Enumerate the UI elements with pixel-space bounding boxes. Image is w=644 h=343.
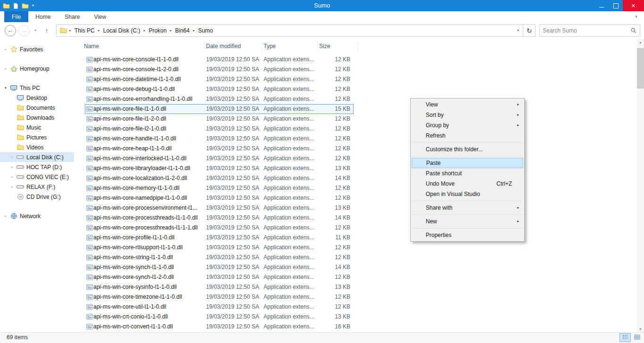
context-menu-item-share-with[interactable]: Share with▸ <box>412 203 523 213</box>
table-row[interactable]: api-ms-win-core-errorhandling-l1-1-0.dll… <box>74 94 637 104</box>
search-input[interactable] <box>540 27 631 34</box>
sidebar-item-hoc-tap-d[interactable]: ▸HOC TAP (D:) <box>0 162 74 172</box>
recent-locations-chevron-icon[interactable]: ▾ <box>32 28 39 33</box>
expand-icon[interactable]: ▸ <box>3 64 8 74</box>
table-row[interactable]: api-ms-win-core-interlocked-l1-1-0.dll19… <box>74 154 637 163</box>
context-menu-item-open-in-visual-studio[interactable]: Open in Visual Studio <box>412 189 523 199</box>
table-row[interactable]: api-ms-win-core-synch-l1-1-0.dll19/03/20… <box>74 262 637 272</box>
column-header-size[interactable]: Size <box>317 41 358 52</box>
sidebar-item-pictures[interactable]: Pictures <box>0 132 74 142</box>
table-row[interactable]: api-ms-win-core-console-l1-1-0.dll19/03/… <box>74 55 637 65</box>
context-menu-item-undo-move[interactable]: Undo MoveCtrl+Z <box>412 179 523 189</box>
column-header-date-modified[interactable]: Date modified <box>204 41 262 52</box>
table-row[interactable]: api-ms-win-core-processthreads-l1-1-0.dl… <box>74 213 637 223</box>
tab-home[interactable]: Home <box>28 11 58 22</box>
context-menu-item-paste[interactable]: Paste <box>412 158 523 168</box>
sidebar-item-documents[interactable]: Documents <box>0 103 74 113</box>
table-row[interactable]: api-ms-win-core-file-l1-2-0.dll19/03/201… <box>74 114 637 124</box>
back-button[interactable]: ← <box>5 25 16 36</box>
expand-icon[interactable]: ▸ <box>3 44 8 54</box>
table-row[interactable]: api-ms-win-crt-convert-l1-1-0.dll19/03/2… <box>74 322 637 332</box>
table-row[interactable]: api-ms-win-core-libraryloader-l1-1-0.dll… <box>74 163 637 173</box>
explorer-window-icon[interactable] <box>3 3 10 9</box>
up-button[interactable]: ↑ <box>41 27 52 34</box>
breadcrumb-item-local-disk-c[interactable]: Local Disk (C:) <box>100 25 144 36</box>
table-row[interactable]: api-ms-win-core-namedpipe-l1-1-0.dll19/0… <box>74 193 637 203</box>
expand-icon[interactable]: ▸ <box>9 182 15 192</box>
context-menu-item-properties[interactable]: Properties <box>412 230 523 240</box>
context-menu-item-group-by[interactable]: Group by▸ <box>412 120 523 131</box>
sidebar-item-homegroup[interactable]: ▸Homegroup <box>0 64 74 74</box>
ribbon-collapse-chevron-icon[interactable]: ▾ <box>635 11 637 22</box>
sidebar-item-cd-drive-g[interactable]: CD Drive (G:) <box>0 192 74 202</box>
close-button[interactable]: × <box>623 0 644 11</box>
expand-icon[interactable]: ▸ <box>9 172 15 182</box>
collapse-icon[interactable]: ▾ <box>3 83 8 93</box>
sidebar-item-desktop[interactable]: Desktop <box>0 93 74 103</box>
search-icon[interactable] <box>631 28 640 33</box>
table-row[interactable]: api-ms-win-core-file-l1-1-0.dll19/03/201… <box>74 104 637 114</box>
details-view-button[interactable] <box>619 333 631 342</box>
context-menu-item-view[interactable]: View▸ <box>412 99 523 110</box>
tab-share[interactable]: Share <box>58 11 87 22</box>
drive-icon <box>16 174 25 180</box>
table-row[interactable]: api-ms-win-core-util-l1-1-0.dll19/03/201… <box>74 302 637 312</box>
context-menu-item-paste-shortcut[interactable]: Paste shortcut <box>412 168 523 179</box>
breadcrumb-item-prokon[interactable]: Prokon <box>145 25 170 36</box>
table-row[interactable]: api-ms-win-core-processthreads-l1-1-1.dl… <box>74 223 637 233</box>
breadcrumb-item-bin64[interactable]: Bin64 <box>172 25 193 36</box>
sidebar-item-cong-viec-e[interactable]: ▸CONG VIEC (E:) <box>0 172 74 182</box>
scrollbar-thumb[interactable] <box>637 48 644 89</box>
qat-customize-chevron-icon[interactable]: ▾ <box>32 0 34 11</box>
qat-new-folder-icon[interactable] <box>22 3 29 9</box>
breadcrumb-item-this-pc[interactable]: This PC <box>71 25 98 36</box>
table-row[interactable]: api-ms-win-core-debug-l1-1-0.dll19/03/20… <box>74 84 637 94</box>
sidebar-item-local-disk-c[interactable]: ▸Local Disk (C:) <box>0 152 74 162</box>
table-row[interactable]: api-ms-win-core-heap-l1-1-0.dll19/03/201… <box>74 144 637 154</box>
table-row[interactable]: api-ms-win-crt-conio-l1-1-0.dll19/03/201… <box>74 312 637 322</box>
table-row[interactable]: api-ms-win-core-profile-l1-1-0.dll19/03/… <box>74 233 637 243</box>
sidebar-item-favorites[interactable]: ▸Favorites <box>0 44 74 54</box>
tab-file[interactable]: File <box>4 11 28 22</box>
sidebar-item-relax-f[interactable]: ▸RELAX (F:) <box>0 182 74 192</box>
thumbnails-view-button[interactable] <box>631 333 643 342</box>
table-row[interactable]: api-ms-win-core-synch-l1-2-0.dll19/03/20… <box>74 272 637 282</box>
sidebar-item-music[interactable]: Music <box>0 122 74 132</box>
context-menu-item-refresh[interactable]: Refresh <box>412 131 523 141</box>
forward-button[interactable]: → <box>18 25 30 36</box>
table-row[interactable]: api-ms-win-core-string-l1-1-0.dll19/03/2… <box>74 253 637 262</box>
breadcrumb-item-sumo[interactable]: Sumo <box>195 25 216 36</box>
context-menu-item-sort-by[interactable]: Sort by▸ <box>412 110 523 120</box>
refresh-button[interactable]: ↻ <box>523 24 536 37</box>
qat-properties-icon[interactable] <box>13 3 18 9</box>
column-header-name[interactable]: Name <box>82 41 205 52</box>
sidebar-item-network[interactable]: ▸Network <box>0 211 74 221</box>
context-menu-item-new[interactable]: New▸ <box>412 216 523 227</box>
table-row[interactable]: api-ms-win-core-localization-l1-2-0.dll1… <box>74 173 637 183</box>
table-row[interactable]: api-ms-win-core-rtlsupport-l1-1-0.dll19/… <box>74 243 637 253</box>
table-row[interactable]: api-ms-win-core-datetime-l1-1-0.dll19/03… <box>74 74 637 84</box>
vertical-scrollbar[interactable]: ▲ ▼ <box>637 39 644 333</box>
expand-icon[interactable]: ▸ <box>3 211 8 221</box>
expand-icon[interactable]: ▸ <box>9 162 15 172</box>
column-header-type[interactable]: Type <box>262 41 318 52</box>
minimize-button[interactable] <box>594 0 609 11</box>
table-row[interactable]: api-ms-win-core-memory-l1-1-0.dll19/03/2… <box>74 183 637 193</box>
table-row[interactable]: api-ms-win-core-console-l1-2-0.dll19/03/… <box>74 65 637 74</box>
tab-view[interactable]: View <box>87 11 113 22</box>
context-menu-item-customize-this-folder[interactable]: Customize this folder... <box>412 144 523 155</box>
table-row[interactable]: api-ms-win-core-file-l2-1-0.dll19/03/201… <box>74 124 637 134</box>
expand-icon[interactable]: ▸ <box>9 152 15 162</box>
table-row[interactable]: api-ms-win-core-sysinfo-l1-1-0.dll19/03/… <box>74 282 637 292</box>
table-row[interactable]: api-ms-win-core-handle-l1-1-0.dll19/03/2… <box>74 134 637 144</box>
breadcrumb[interactable]: ▸ This PC▸Local Disk (C:)▸Prokon▸Bin64▸S… <box>56 24 523 37</box>
address-dropdown-icon[interactable]: ▾ <box>513 28 523 33</box>
sidebar-item-this-pc[interactable]: ▾This PC <box>0 83 74 93</box>
sidebar-item-downloads[interactable]: Downloads <box>0 113 74 122</box>
table-row[interactable]: api-ms-win-core-processenvironment-l1...… <box>74 203 637 213</box>
maximize-button[interactable] <box>609 0 623 11</box>
scroll-up-icon[interactable]: ▲ <box>637 39 644 46</box>
scroll-down-icon[interactable]: ▼ <box>637 326 644 333</box>
sidebar-item-videos[interactable]: Videos <box>0 142 74 152</box>
table-row[interactable]: api-ms-win-core-timezone-l1-1-0.dll19/03… <box>74 292 637 302</box>
